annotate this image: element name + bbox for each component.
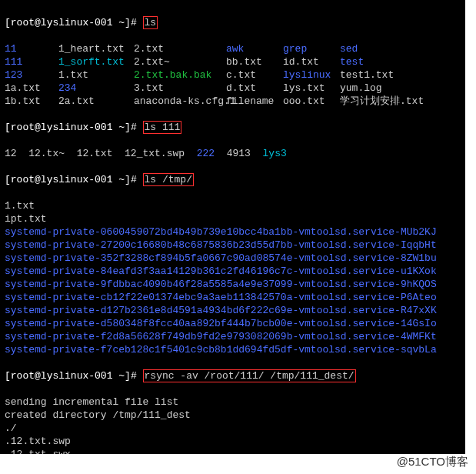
ls-item: ooo.txt — [283, 95, 340, 108]
ls-item: awk — [226, 42, 283, 55]
ls-item: anaconda-ks.cfg.1 — [134, 95, 226, 108]
tmp-item: systemd-private-d127b2361e8d4591a4934bd6… — [5, 304, 461, 317]
rsync-line: created directory /tmp/111_dest — [5, 409, 461, 422]
ls-item: grep — [283, 42, 340, 55]
ls-item: 1a.txt — [5, 82, 58, 95]
ls-item: test1.txt — [340, 68, 417, 82]
ls-item: 2.txt.bak.bak — [134, 68, 226, 82]
ls-item: id.txt — [283, 55, 340, 68]
tmp-item: systemd-private-f7ceb128c1f5401c9cb8b1dd… — [5, 343, 461, 356]
ls-item: 1.txt — [58, 68, 134, 82]
ls-item: 123 — [5, 68, 58, 82]
ls-item: 3.txt — [134, 82, 226, 95]
ls-item: lys.txt — [283, 82, 340, 95]
tmp-item: ipt.txt — [5, 212, 461, 225]
ls-item: lys3 — [263, 148, 287, 159]
ls-item: 111 — [5, 55, 58, 68]
ls-item: 1_sorft.txt — [58, 55, 134, 68]
ls-item: 12_txt.swp — [125, 148, 185, 159]
ls-item: c.txt — [226, 68, 283, 82]
ls-output: 111_heart.txt2.txtawkgrepsed1111_sorft.t… — [5, 42, 461, 108]
ls-item: 12 — [5, 148, 17, 159]
ls-tmp-output: 1.txtipt.txtsystemd-private-0600459072bd… — [5, 199, 461, 356]
prompt-line-4: [root@lyslinux-001 ~]# rsync -av /root/1… — [5, 369, 461, 382]
ls-item: 2a.txt — [58, 95, 134, 108]
ls-item: d.txt — [226, 82, 283, 95]
rsync-output: sending incremental file listcreated dir… — [5, 396, 461, 454]
ls-item: sed — [340, 42, 417, 55]
tmp-item: systemd-private-27200c16680b48c6875836b2… — [5, 239, 461, 252]
prompt-line-1: [root@lyslinux-001 ~]# ls — [5, 16, 461, 29]
ls-item: yum.log — [340, 82, 417, 95]
tmp-item: systemd-private-f2d8a56628f749db9fd2e979… — [5, 330, 461, 343]
rsync-line: sending incremental file list — [5, 396, 461, 409]
ls-item: 1b.txt — [5, 95, 58, 108]
terminal-window: [root@lyslinux-001 ~]# ls 111_heart.txt2… — [0, 0, 465, 454]
ls-111-output: 12 12.tx~ 12.txt 12_txt.swp 222 4913 lys… — [5, 147, 461, 160]
tmp-item: systemd-private-d580348f8fcc40aa892bf444… — [5, 317, 461, 330]
cmd-rsync: rsync -av /root/111/ /tmp/111_dest/ — [143, 369, 356, 382]
prompt-line-2: [root@lyslinux-001 ~]# ls 111 — [5, 121, 461, 134]
cmd-ls-tmp: ls /tmp/ — [143, 173, 194, 186]
ls-item: 4913 — [227, 148, 251, 159]
prompt: [root@lyslinux-001 ~]# — [5, 17, 137, 28]
ls-item: 12.tx~ — [28, 148, 65, 159]
prompt-line-3: [root@lyslinux-001 ~]# ls /tmp/ — [5, 173, 461, 186]
ls-item: lyslinux — [283, 68, 340, 82]
ls-item: bb.txt — [226, 55, 283, 68]
ls-item: 222 — [197, 148, 215, 159]
tmp-item: systemd-private-0600459072bd4b49b739e10b… — [5, 225, 461, 239]
cmd-ls: ls — [143, 16, 158, 29]
ls-item: 2.txt — [134, 42, 226, 55]
rsync-line: .12.txt.swp — [5, 435, 461, 448]
ls-item: 2.txt~ — [134, 55, 226, 68]
cmd-ls-111: ls 111 — [143, 121, 182, 134]
ls-item: 11 — [5, 42, 58, 55]
ls-item: 234 — [58, 82, 134, 95]
ls-item: 12.txt — [77, 148, 113, 159]
ls-item: 1_heart.txt — [58, 42, 134, 55]
tmp-item: systemd-private-9fdbbac4090b46f28a5585a4… — [5, 278, 461, 291]
tmp-item: 1.txt — [5, 199, 461, 212]
ls-item: test — [340, 55, 417, 68]
rsync-line: .12.txt.swx — [5, 448, 461, 454]
tmp-item: systemd-private-352f3288cf894b5fa0667c90… — [5, 252, 461, 265]
ls-item: 学习计划安排.txt — [340, 95, 417, 108]
watermark: @51CTO博客 — [397, 455, 468, 469]
tmp-item: systemd-private-cb12f22e01374ebc9a3aeb11… — [5, 291, 461, 304]
ls-item: filename — [226, 95, 283, 108]
rsync-line: ./ — [5, 422, 461, 435]
tmp-item: systemd-private-84eafd3f3aa14129b361c2fd… — [5, 265, 461, 278]
